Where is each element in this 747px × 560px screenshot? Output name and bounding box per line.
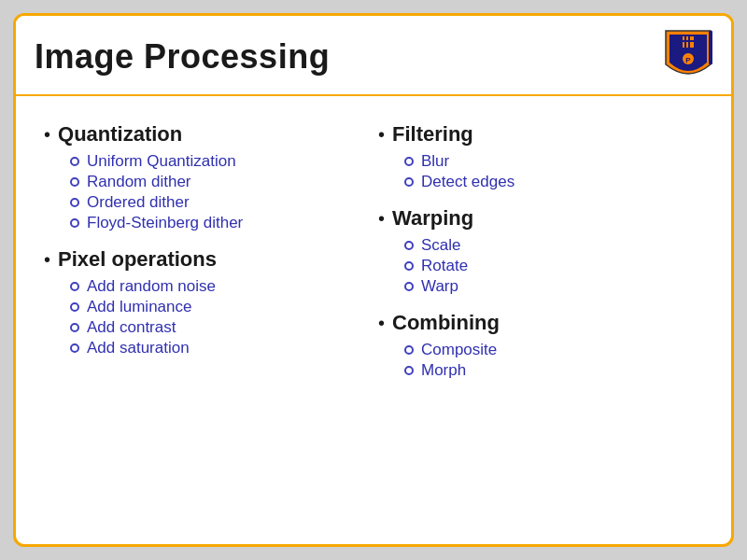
main-item-pixel-ops: • Pixel operations [44, 247, 369, 272]
sublist-quantization: Uniform Quantization Random dither Order… [70, 152, 369, 234]
label-quantization: Quantization [58, 122, 182, 147]
sub-bullet [70, 177, 79, 187]
sub-label: Blur [421, 152, 449, 171]
list-item: Floyd-Steinberg dither [70, 214, 369, 232]
sub-bullet [404, 157, 414, 166]
sub-label: Add saturation [87, 339, 190, 357]
bullet-combining: • [378, 313, 385, 334]
list-item: Random dither [70, 173, 369, 191]
left-column: • Quantization Uniform Quantization Rand… [44, 113, 369, 527]
sub-label: Composite [421, 341, 497, 359]
sub-label: Uniform Quantization [87, 152, 236, 171]
sub-label: Add random noise [87, 277, 216, 296]
princeton-logo: P [664, 29, 712, 85]
slide-header: Image Processing P [16, 16, 731, 96]
main-item-warping: • Warping [378, 206, 703, 231]
page-title: Image Processing [35, 37, 330, 77]
list-item: Add contrast [70, 318, 369, 337]
sub-bullet [404, 261, 414, 271]
sub-label: Warp [421, 277, 458, 296]
sub-label: Detect edges [421, 173, 514, 191]
sub-label: Morph [421, 361, 466, 380]
list-item: Add random noise [70, 277, 369, 296]
list-item: Rotate [404, 257, 703, 275]
svg-rect-6 [709, 31, 712, 64]
right-column: • Filtering Blur Detect edges • Warping [378, 113, 703, 527]
sub-label: Add luminance [87, 298, 191, 316]
sub-label: Random dither [87, 173, 191, 191]
sub-label: Rotate [421, 257, 468, 275]
list-item: Add saturation [70, 339, 369, 357]
sub-bullet [70, 157, 79, 166]
list-item: Add luminance [70, 298, 369, 316]
label-pixel-ops: Pixel operations [58, 247, 217, 272]
svg-rect-3 [683, 40, 694, 42]
list-item: Uniform Quantization [70, 152, 369, 171]
sub-bullet [70, 302, 79, 312]
sublist-pixel-ops: Add random noise Add luminance Add contr… [70, 277, 369, 359]
list-item: Warp [404, 277, 703, 296]
main-item-filtering: • Filtering [378, 122, 703, 147]
svg-text:P: P [685, 56, 691, 64]
label-warping: Warping [392, 206, 473, 231]
sub-bullet [70, 282, 79, 291]
list-item: Ordered dither [70, 193, 369, 212]
sub-bullet [404, 282, 414, 291]
sub-bullet [404, 366, 414, 375]
list-item: Blur [404, 152, 703, 171]
sub-bullet [404, 345, 414, 355]
sublist-filtering: Blur Detect edges [404, 152, 703, 193]
list-item: Scale [404, 236, 703, 255]
list-item: Morph [404, 361, 703, 380]
sub-bullet [404, 241, 414, 250]
sub-label: Ordered dither [87, 193, 190, 212]
list-item: Detect edges [404, 173, 703, 191]
sub-label: Add contrast [87, 318, 176, 337]
sub-bullet [70, 218, 79, 228]
sub-label: Floyd-Steinberg dither [87, 214, 243, 232]
sub-label: Scale [421, 236, 461, 255]
label-combining: Combining [392, 311, 500, 335]
content-area: • Quantization Uniform Quantization Rand… [16, 96, 731, 544]
main-item-quantization: • Quantization [44, 122, 369, 147]
bullet-filtering: • [378, 124, 385, 146]
label-filtering: Filtering [392, 122, 473, 147]
sublist-combining: Composite Morph [404, 341, 703, 382]
main-item-combining: • Combining [378, 311, 703, 335]
sub-bullet [70, 343, 79, 353]
slide-container: Image Processing P • Quantization [13, 13, 734, 547]
bullet-pixel-ops: • [44, 249, 50, 271]
sub-bullet [70, 198, 79, 207]
sub-bullet [404, 177, 414, 187]
sublist-warping: Scale Rotate Warp [404, 236, 703, 298]
bullet-warping: • [378, 208, 385, 230]
bullet-quantization: • [44, 124, 50, 146]
sub-bullet [70, 323, 79, 332]
list-item: Composite [404, 341, 703, 359]
